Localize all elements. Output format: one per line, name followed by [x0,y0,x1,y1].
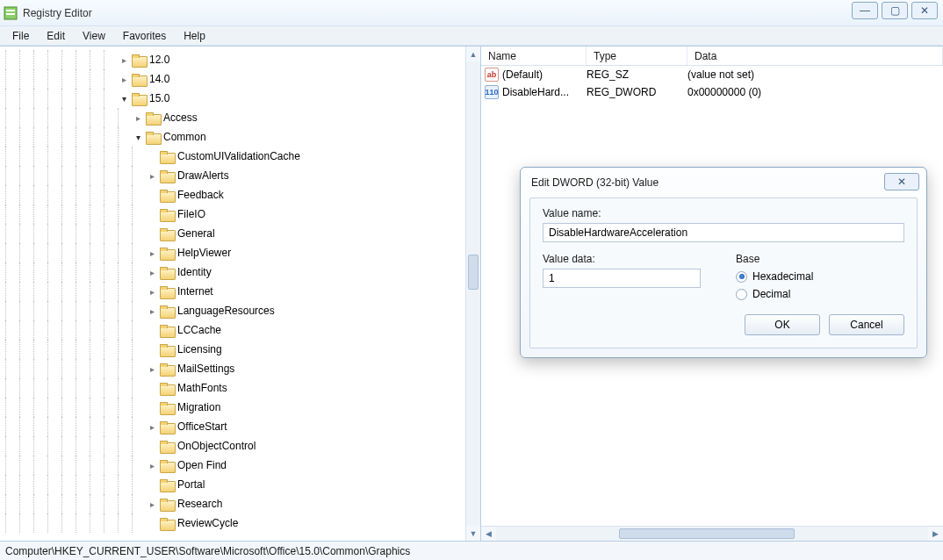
expander-icon[interactable]: ▸ [146,459,158,471]
cancel-button[interactable]: Cancel [829,314,904,335]
expander-icon[interactable]: ▸ [146,285,158,298]
tree-item[interactable]: ▸CustomUIValidationCache [0,147,480,166]
tree-item[interactable]: ▸Open Find [0,456,480,475]
expander-icon[interactable]: ▸ [146,169,158,182]
tree-label: Research [177,498,222,510]
hscroll-thumb[interactable] [619,528,795,539]
menu-edit[interactable]: Edit [38,28,74,44]
tree-item[interactable]: ▸OnObjectControl [0,436,480,456]
tree-pane: ▸12.0▸14.0▾15.0▸Access▾Common▸CustomUIVa… [0,47,481,541]
tree-item[interactable]: ▸Internet [0,282,480,301]
tree-item[interactable]: ▸ReviewCycle [0,513,480,533]
tree-item[interactable]: ▸LanguageResources [0,301,480,320]
col-type[interactable]: Type [587,47,687,65]
value-row[interactable]: ab(Default)REG_SZ(value not set) [481,66,943,83]
tree-item[interactable]: ▸Licensing [0,340,480,359]
folder-icon [160,151,174,162]
tree-item[interactable]: ▸Portal [0,475,480,494]
value-name-input[interactable] [543,223,904,242]
menu-view[interactable]: View [74,28,114,44]
tree-item[interactable]: ▸MathFonts [0,378,480,398]
folder-icon [160,228,174,240]
status-bar: Computer\HKEY_CURRENT_USER\Software\Micr… [0,541,943,560]
tree-label: MathFonts [177,382,227,394]
tree-item[interactable]: ▸FileIO [0,205,480,224]
value-row[interactable]: 110DisableHard...REG_DWORD0x00000000 (0) [481,83,943,101]
radio-dec[interactable] [736,289,747,300]
dialog-title: Edit DWORD (32-bit) Value [531,176,659,189]
dword-value-icon: 110 [485,85,499,99]
scroll-right-icon[interactable]: ▶ [928,527,943,541]
scroll-left-icon[interactable]: ◀ [481,527,496,541]
tree-label: 14.0 [149,73,169,85]
expander-icon[interactable]: ▸ [146,498,158,510]
tree-item[interactable]: ▾Common [0,127,480,147]
tree-item[interactable]: ▸LCCache [0,320,480,340]
tree-label: 12.0 [149,54,169,66]
tree-label: Common [163,131,206,143]
expander-icon[interactable]: ▸ [118,73,130,85]
dialog-close-button[interactable]: ✕ [884,173,919,190]
minimize-button[interactable]: — [852,2,878,19]
svg-rect-2 [6,13,15,15]
tree-label: General [177,227,215,240]
tree-item[interactable]: ▸12.0 [0,50,480,69]
folder-icon [160,190,174,201]
tree-item[interactable]: ▸MailSettings [0,359,480,378]
col-data[interactable]: Data [687,47,943,65]
tree-item[interactable]: ▸Identity [0,262,480,282]
expander-icon[interactable]: ▸ [146,247,158,259]
menu-help[interactable]: Help [175,28,214,44]
radio-dec-row[interactable]: Decimal [736,288,904,300]
expander-icon[interactable]: ▸ [146,266,158,278]
folder-icon [160,248,174,259]
tree-item[interactable]: ▸General [0,224,480,243]
tree-item[interactable]: ▸Research [0,494,480,513]
tree-item[interactable]: ▸Migration [0,398,480,417]
expander-icon[interactable]: ▸ [146,305,158,317]
folder-icon [160,402,174,413]
tree-label: LCCache [177,324,221,336]
status-path: Computer\HKEY_CURRENT_USER\Software\Micr… [5,545,410,557]
list-hscrollbar[interactable]: ◀ ▶ [481,526,943,541]
radio-hex-row[interactable]: Hexadecimal [736,270,904,283]
value-type: REG_DWORD [587,86,687,98]
expander-icon[interactable]: ▾ [118,92,130,104]
tree-label: CustomUIValidationCache [177,150,300,162]
ok-button[interactable]: OK [745,314,820,335]
tree-item[interactable]: ▸Feedback [0,185,480,205]
scroll-down-icon[interactable]: ▼ [466,526,480,541]
value-type: REG_SZ [587,68,687,81]
tree-label: ReviewCycle [177,517,238,529]
close-button[interactable]: ✕ [911,2,938,19]
tree-item[interactable]: ▸OfficeStart [0,417,480,436]
scroll-thumb[interactable] [468,255,479,290]
tree-scrollbar[interactable]: ▲ ▼ [465,47,480,541]
radio-hex[interactable] [736,271,747,283]
tree-item[interactable]: ▸Access [0,108,480,127]
folder-icon [160,441,174,452]
expander-icon[interactable]: ▾ [132,131,144,143]
folder-icon [132,74,146,85]
expander-icon[interactable]: ▸ [132,111,144,124]
folder-icon [160,170,174,182]
folder-icon [132,93,146,104]
tree-item[interactable]: ▸HelpViewer [0,243,480,262]
radio-dec-label: Decimal [752,288,790,300]
scroll-up-icon[interactable]: ▲ [466,47,480,61]
tree-item[interactable]: ▸DrawAlerts [0,166,480,185]
menu-file[interactable]: File [4,28,38,44]
tree-item[interactable]: ▸14.0 [0,69,480,89]
col-name[interactable]: Name [481,47,587,65]
value-data: 0x00000000 (0) [687,86,943,98]
value-data-input[interactable] [543,269,701,288]
expander-icon[interactable]: ▸ [146,363,158,375]
expander-icon[interactable]: ▸ [146,420,158,433]
folder-icon [160,305,174,317]
folder-icon [160,518,174,529]
folder-icon [160,209,174,220]
menu-favorites[interactable]: Favorites [114,28,175,44]
tree-item[interactable]: ▾15.0 [0,89,480,108]
expander-icon[interactable]: ▸ [118,54,130,66]
maximize-button[interactable]: ▢ [882,2,908,19]
